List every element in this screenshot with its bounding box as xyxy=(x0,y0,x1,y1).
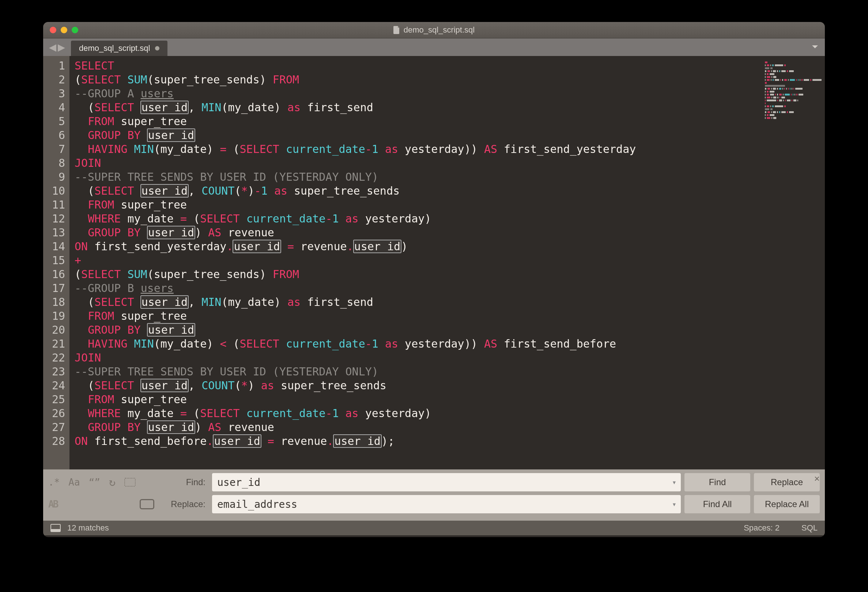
line-number[interactable]: 4 xyxy=(43,101,69,114)
line-number[interactable]: 21 xyxy=(43,337,69,351)
code-line[interactable]: WHERE my_date = (SELECT current_date-1 a… xyxy=(75,407,821,420)
close-find-button[interactable]: × xyxy=(814,473,820,484)
nav-back-icon[interactable]: ◀ xyxy=(49,42,56,53)
titlebar[interactable]: demo_sql_script.sql xyxy=(43,22,825,38)
status-bar: 12 matches Spaces: 2 SQL xyxy=(43,521,825,535)
code-line[interactable]: --SUPER TREE SENDS BY USER ID (YESTERDAY… xyxy=(75,365,821,379)
tab-history-nav: ◀ ▶ xyxy=(43,38,71,56)
code-line[interactable]: --GROUP A users xyxy=(75,87,821,101)
line-number[interactable]: 1 xyxy=(43,59,69,73)
window-title-text: demo_sql_script.sql xyxy=(404,25,475,35)
code-line[interactable]: GROUP BY user_id xyxy=(75,323,821,337)
find-all-button[interactable]: Find All xyxy=(685,495,750,514)
replace-input[interactable] xyxy=(212,495,681,514)
preserve-case-toggle[interactable]: AB xyxy=(48,499,58,509)
in-selection-toggle[interactable] xyxy=(124,478,136,487)
code-line[interactable]: HAVING MIN(my_date) = (SELECT current_da… xyxy=(75,142,821,156)
code-line[interactable]: ON first_send_before.user_id = revenue.u… xyxy=(75,434,821,448)
line-number[interactable]: 22 xyxy=(43,351,69,365)
code-line[interactable]: FROM super_tree xyxy=(75,114,821,129)
file-icon xyxy=(393,26,400,34)
find-replace-panel: × .* Aa “” ↻ Find: ▾ Find Replace AB xyxy=(43,469,825,521)
tab-bar: ◀ ▶ demo_sql_script.sql xyxy=(43,38,825,56)
line-number[interactable]: 7 xyxy=(43,142,69,156)
code-line[interactable]: SELECT xyxy=(75,59,821,73)
find-input[interactable] xyxy=(212,473,681,491)
window-title: demo_sql_script.sql xyxy=(43,25,825,35)
line-number[interactable]: 23 xyxy=(43,365,69,379)
replace-button[interactable]: Replace xyxy=(754,473,820,491)
replace-options: AB xyxy=(48,499,154,509)
line-number[interactable]: 24 xyxy=(43,379,69,392)
tab-overflow-button[interactable] xyxy=(805,38,825,56)
code-line[interactable]: --SUPER TREE SENDS BY USER ID (YESTERDAY… xyxy=(75,170,821,184)
find-options: .* Aa “” ↻ xyxy=(48,477,154,488)
editor-window: demo_sql_script.sql ◀ ▶ demo_sql_script.… xyxy=(43,22,825,537)
code-line[interactable]: (SELECT SUM(super_tree_sends) FROM xyxy=(75,73,821,87)
line-number[interactable]: 11 xyxy=(43,198,69,212)
code-line[interactable]: JOIN xyxy=(75,351,821,365)
code-line[interactable]: JOIN xyxy=(75,156,821,170)
editor-area: 1234567891011121314151617181920212223242… xyxy=(43,56,825,469)
line-number[interactable]: 25 xyxy=(43,392,69,407)
code-line[interactable]: FROM super_tree xyxy=(75,392,821,407)
replace-label: Replace: xyxy=(158,499,208,509)
line-number[interactable]: 26 xyxy=(43,407,69,420)
line-number[interactable]: 19 xyxy=(43,309,69,323)
code-line[interactable]: GROUP BY user_id) AS revenue xyxy=(75,420,821,434)
code-line[interactable]: (SELECT user_id, MIN(my_date) as first_s… xyxy=(75,295,821,309)
line-number[interactable]: 18 xyxy=(43,295,69,309)
find-label: Find: xyxy=(158,477,208,487)
find-history-dropdown[interactable]: ▾ xyxy=(673,479,676,486)
find-button[interactable]: Find xyxy=(685,473,750,491)
line-number[interactable]: 9 xyxy=(43,170,69,184)
panel-switcher-icon[interactable] xyxy=(50,524,61,532)
tab-active[interactable]: demo_sql_script.sql xyxy=(71,41,167,56)
code-line[interactable]: HAVING MIN(my_date) < (SELECT current_da… xyxy=(75,337,821,351)
code-line[interactable]: + xyxy=(75,253,821,268)
code-line[interactable]: FROM super_tree xyxy=(75,309,821,323)
replace-history-dropdown[interactable]: ▾ xyxy=(673,501,676,508)
code-line[interactable]: (SELECT user_id, COUNT(*)-1 as super_tre… xyxy=(75,184,821,198)
replace-all-button[interactable]: Replace All xyxy=(754,495,820,514)
line-number[interactable]: 28 xyxy=(43,434,69,448)
code-line[interactable]: --GROUP B users xyxy=(75,281,821,295)
code-line[interactable]: GROUP BY user_id xyxy=(75,129,821,142)
line-number[interactable]: 3 xyxy=(43,87,69,101)
chevron-down-icon xyxy=(812,45,818,49)
indentation-status[interactable]: Spaces: 2 xyxy=(744,523,779,533)
syntax-status[interactable]: SQL xyxy=(802,523,818,533)
highlight-matches-toggle[interactable] xyxy=(140,499,154,509)
code-line[interactable]: FROM super_tree xyxy=(75,198,821,212)
line-number[interactable]: 10 xyxy=(43,184,69,198)
case-sensitive-toggle[interactable]: Aa xyxy=(68,478,80,487)
regex-toggle[interactable]: .* xyxy=(48,478,60,487)
code-line[interactable]: ON first_send_yesterday.user_id = revenu… xyxy=(75,240,821,253)
modified-indicator-icon xyxy=(155,46,159,50)
line-number[interactable]: 16 xyxy=(43,268,69,281)
line-number[interactable]: 13 xyxy=(43,226,69,240)
line-number[interactable]: 2 xyxy=(43,73,69,87)
wrap-toggle[interactable]: ↻ xyxy=(109,477,115,488)
line-number[interactable]: 8 xyxy=(43,156,69,170)
code-line[interactable]: WHERE my_date = (SELECT current_date-1 a… xyxy=(75,212,821,226)
code-line[interactable]: (SELECT SUM(super_tree_sends) FROM xyxy=(75,268,821,281)
code-editor[interactable]: SELECT(SELECT SUM(super_tree_sends) FROM… xyxy=(69,56,825,469)
tab-label: demo_sql_script.sql xyxy=(79,43,150,53)
match-count: 12 matches xyxy=(67,523,109,533)
code-line[interactable]: (SELECT user_id, MIN(my_date) as first_s… xyxy=(75,101,821,114)
line-number[interactable]: 15 xyxy=(43,253,69,268)
line-number[interactable]: 6 xyxy=(43,129,69,142)
line-number[interactable]: 5 xyxy=(43,114,69,129)
code-line[interactable]: (SELECT user_id, COUNT(*) as super_tree_… xyxy=(75,379,821,392)
whole-word-toggle[interactable]: “” xyxy=(89,478,100,487)
line-number[interactable]: 17 xyxy=(43,281,69,295)
line-number[interactable]: 20 xyxy=(43,323,69,337)
minimap[interactable] xyxy=(763,59,825,124)
nav-forward-icon[interactable]: ▶ xyxy=(58,42,65,53)
line-number[interactable]: 12 xyxy=(43,212,69,226)
line-number[interactable]: 14 xyxy=(43,240,69,253)
line-number-gutter[interactable]: 1234567891011121314151617181920212223242… xyxy=(43,56,69,469)
line-number[interactable]: 27 xyxy=(43,420,69,434)
code-line[interactable]: GROUP BY user_id) AS revenue xyxy=(75,226,821,240)
